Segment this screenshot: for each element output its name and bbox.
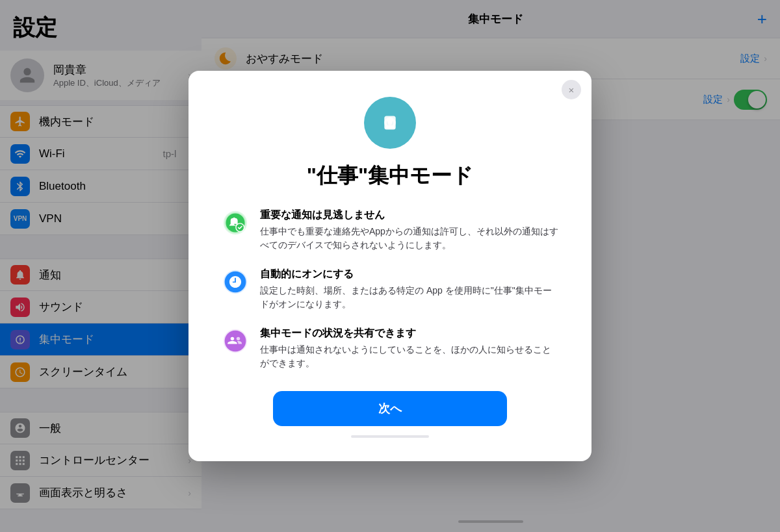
svg-point-12: [231, 337, 234, 340]
feature-share-status: 集中モードの状況を共有できます 仕事中は通知されないようにしていることを、ほかの…: [221, 327, 559, 370]
modal-scroll-indicator: [351, 435, 429, 438]
feature-share-status-text: 集中モードの状況を共有できます 仕事中は通知されないようにしていることを、ほかの…: [260, 327, 559, 370]
feature-3-title: 集中モードの状況を共有できます: [260, 327, 559, 340]
feature-3-desc: 仕事中は通知されないようにしていることを、ほかの人に知らせることができます。: [260, 343, 559, 370]
feature-2-desc: 設定した時刻、場所、またはある特定の App を使用時に"仕事"集中モードがオン…: [260, 284, 559, 311]
feature-auto-on-text: 自動的にオンにする 設定した時刻、場所、またはある特定の App を使用時に"仕…: [260, 268, 559, 311]
important-notifications-icon: [221, 209, 250, 237]
modal-features-list: 重要な通知は見逃しません 仕事中でも重要な連絡先やAppからの通知は許可し、それ…: [221, 209, 559, 370]
svg-point-9: [225, 272, 246, 293]
focus-intro-modal: × "仕事"集中モード: [188, 71, 592, 461]
modal-title: "仕事"集中モード: [307, 162, 473, 190]
svg-point-13: [237, 337, 240, 340]
share-status-icon: [221, 327, 250, 355]
svg-point-11: [225, 331, 246, 352]
feature-auto-on: 自動的にオンにする 設定した時刻、場所、またはある特定の App を使用時に"仕…: [221, 268, 559, 311]
modal-body: "仕事"集中モード: [188, 71, 592, 461]
auto-on-icon: [221, 268, 250, 296]
feature-1-title: 重要な通知は見逃しません: [260, 209, 559, 222]
feature-1-desc: 仕事中でも重要な連絡先やAppからの通知は許可し、それ以外の通知はすべてのデバイ…: [260, 225, 559, 252]
feature-2-title: 自動的にオンにする: [260, 268, 559, 281]
modal-close-button[interactable]: ×: [562, 80, 581, 99]
svg-point-2: [387, 118, 393, 123]
modal-overlay[interactable]: × "仕事"集中モード: [0, 0, 780, 532]
feature-important-notifications-text: 重要な通知は見逃しません 仕事中でも重要な連絡先やAppからの通知は許可し、それ…: [260, 209, 559, 252]
feature-important-notifications: 重要な通知は見逃しません 仕事中でも重要な連絡先やAppからの通知は許可し、それ…: [221, 209, 559, 252]
next-button[interactable]: 次へ: [273, 391, 507, 426]
modal-focus-icon: [364, 97, 416, 149]
